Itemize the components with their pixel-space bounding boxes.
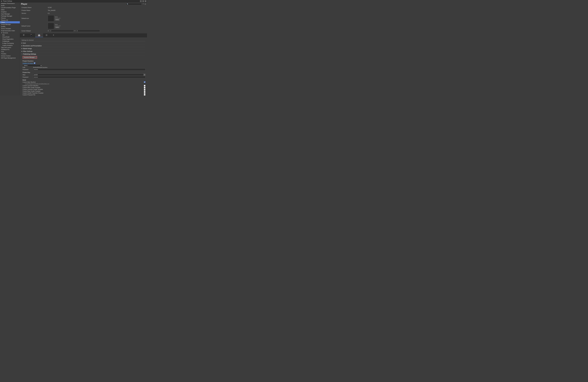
custom-main-manifest-checkbox[interactable] xyxy=(144,81,146,83)
sidebar-item-time[interactable]: Time xyxy=(0,51,20,53)
cursor-meta: None (Texture 2D) Select xyxy=(55,24,61,28)
icon-select-button[interactable]: Select xyxy=(55,19,60,20)
custom-gradle-props-checkbox[interactable] xyxy=(144,92,146,94)
sidebar-item-xr-plugin[interactable]: XR Plugin Management xyxy=(0,57,20,59)
sidebar-item-graphics[interactable]: Graphics xyxy=(0,11,20,13)
product-name-value: Test_Arkit30 xyxy=(48,10,146,11)
sidebar-item-tags-and-layers[interactable]: Tags and Layers xyxy=(0,46,20,49)
company-name-row: Company Name UCAS xyxy=(21,6,146,9)
sidebar-item-script-exec-order[interactable]: Script Execution Order xyxy=(0,30,20,32)
alias-dropdown-button[interactable]: ▼ xyxy=(144,74,146,76)
sidebar-item-cloud-foundation[interactable]: CloudFoundation Plugin xyxy=(0,7,20,9)
cursor-hotspot-label: Cursor Hotspot xyxy=(21,30,48,32)
sidebar-item-editor[interactable]: Editor xyxy=(0,9,20,11)
hotspot-fields: X Y xyxy=(48,30,100,32)
help-button[interactable]: ? xyxy=(143,3,144,5)
close-button[interactable]: ✕ xyxy=(145,0,147,2)
icon-none-label: None xyxy=(55,16,61,18)
custom-proguard-label: Custom Proguard File xyxy=(22,94,144,96)
hotspot-y-input[interactable] xyxy=(76,30,100,32)
custom-main-gradle-label: Custom Main Gradle Template xyxy=(22,87,144,88)
section-other[interactable]: ▶ Other Settings xyxy=(21,50,146,53)
sidebar-item-timeline[interactable]: Timeline xyxy=(0,53,20,55)
sidebar-item-legacy-analytics[interactable]: Legacy Analytics xyxy=(0,44,20,46)
sidebar-item-in-app-purchasing[interactable]: In-App Purchasing xyxy=(0,42,20,44)
custom-keystore-link[interactable]: Custom Keystore xyxy=(22,62,33,64)
project-key-password-input[interactable] xyxy=(33,76,146,78)
maximize-button[interactable]: □ xyxy=(142,0,144,2)
icon-texture-label: (Texture 2D) xyxy=(55,18,61,19)
alias-input[interactable] xyxy=(33,74,144,76)
version-row: Version 0.1 xyxy=(21,12,146,14)
section-resolution[interactable]: ▶ Resolution and Presentation xyxy=(21,45,146,47)
hotspot-x-input[interactable] xyxy=(50,30,73,32)
tab-pc[interactable]: 🖥 xyxy=(20,33,27,37)
custom-main-manifest-row: Custom Main Manifest xyxy=(22,81,146,83)
settings-content: Settings for Android ▶ Icon ▶ Resolution… xyxy=(20,37,147,96)
title-bar-text: Project Settings xyxy=(3,0,12,2)
custom-main-manifest-label: Custom Main Manifest xyxy=(22,81,144,83)
tab-other[interactable]: ✦ xyxy=(50,33,57,37)
sidebar-item-adaptive-performance[interactable]: Adaptive Performance xyxy=(0,2,20,4)
section-other-label: Other Settings xyxy=(23,51,32,52)
version-value: 0.1 xyxy=(48,12,146,14)
custom-gradle-props-row: Custom Gradle Properties Template xyxy=(22,92,146,94)
custom-main-gradle-checkbox[interactable] xyxy=(144,87,146,88)
tab-windows[interactable]: ⊞ xyxy=(43,33,50,37)
sidebar-item-quality[interactable]: Quality xyxy=(0,25,20,28)
search-input[interactable] xyxy=(126,3,142,5)
sidebar-item-cloud-build[interactable]: Cloud Build xyxy=(0,36,20,38)
custom-proguard-checkbox[interactable] xyxy=(144,94,146,96)
page-title: Player xyxy=(21,3,27,5)
custom-launcher-gradle-checkbox[interactable] xyxy=(144,89,146,90)
main-layout: Adaptive PerformanceAudioCloudFoundation… xyxy=(0,2,147,96)
player-fields: Company Name UCAS Product Name Test_Arki… xyxy=(20,6,147,33)
sidebar-item-audio[interactable]: Audio xyxy=(0,4,20,7)
keystore-path-row: Path Android/Arkit30.keystore xyxy=(22,67,146,68)
section-icon-arrow: ▶ xyxy=(21,42,22,44)
sidebar-item-scene-template[interactable]: Scene Template xyxy=(0,28,20,30)
section-resolution-label: Resolution and Presentation xyxy=(23,45,42,47)
sidebar-item-textmesh-pro[interactable]: TextMesh Pro xyxy=(0,49,20,51)
layout-button[interactable]: ⊡ xyxy=(145,3,146,5)
keystore-path-label: Path xyxy=(22,67,33,68)
keystore-select[interactable]: Select... xyxy=(22,64,42,66)
section-icon[interactable]: ▶ Icon xyxy=(21,42,146,44)
section-splash[interactable]: ▶ Splash Image xyxy=(21,47,146,50)
sidebar-item-physics[interactable]: Physics xyxy=(0,17,20,19)
section-publishing[interactable]: ▼ Publishing Settings xyxy=(21,53,146,55)
tab-mobile[interactable]: 📱 xyxy=(27,33,35,37)
custom-launcher-manifest-checkbox[interactable] xyxy=(144,85,146,86)
build-label: Build xyxy=(22,79,146,81)
sidebar-item-collaborate[interactable]: Collaborate xyxy=(0,40,20,42)
project-key-password-label: Password xyxy=(22,76,33,78)
content-header: Player ? ⊡ xyxy=(20,2,147,6)
tab-android[interactable]: 🤖 xyxy=(35,33,43,37)
keystore-manager-button[interactable]: Keystore Manager... xyxy=(22,56,37,59)
sidebar-item-services[interactable]: ▼ Services xyxy=(0,32,20,34)
publishing-content: Keystore Manager... Project Keystore Cus… xyxy=(21,56,146,96)
custom-keystore-checkbox[interactable] xyxy=(34,62,35,64)
icon-meta: None (Texture 2D) Select xyxy=(55,16,61,20)
cursor-select-button[interactable]: Select xyxy=(55,26,60,28)
sidebar-item-physics-2d[interactable]: Physics 2D xyxy=(0,19,20,21)
sidebar-item-version-control[interactable]: Version Control xyxy=(0,55,20,57)
sidebar-item-package-manager[interactable]: Package Manager xyxy=(0,15,20,17)
build-section: Build Custom Main Manifest Assets\Plugin… xyxy=(22,79,146,96)
sidebar-item-preset-manager[interactable]: Preset Manager xyxy=(0,23,20,25)
custom-base-gradle-checkbox[interactable] xyxy=(144,90,146,92)
settings-for-android-label: Settings for Android xyxy=(21,39,146,41)
product-name-row: Product Name Test_Arkit30 xyxy=(21,9,146,12)
sidebar-item-ads[interactable]: Ads xyxy=(0,34,20,36)
custom-gradle-props-label: Custom Gradle Properties Template xyxy=(22,92,144,94)
section-other-arrow: ▶ xyxy=(21,51,22,52)
default-icon-label: Default Icon xyxy=(21,18,48,19)
keystore-password-input[interactable] xyxy=(33,68,146,71)
sidebar-item-player[interactable]: Player xyxy=(0,21,20,23)
default-cursor-label: Default Cursor xyxy=(21,25,48,27)
sidebar-item-input-manager[interactable]: Input Manager xyxy=(0,13,20,15)
minimize-button[interactable]: ─ xyxy=(140,0,142,2)
default-cursor-preview xyxy=(48,23,54,29)
sidebar-item-cloud-diagnostics[interactable]: Cloud Diagnostics xyxy=(0,38,20,40)
keystore-select-row: Select... xyxy=(22,64,146,66)
